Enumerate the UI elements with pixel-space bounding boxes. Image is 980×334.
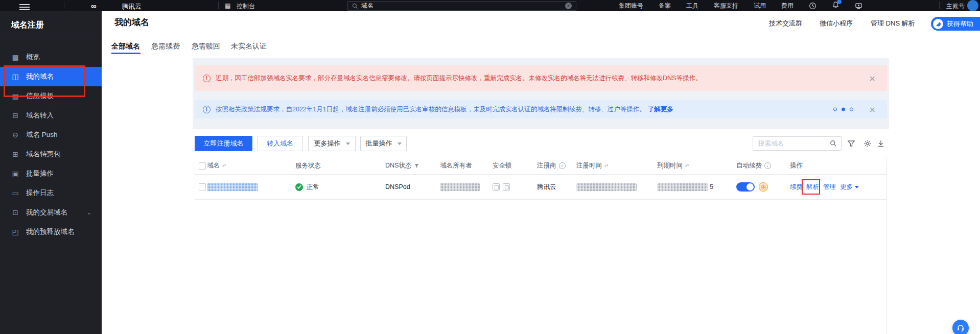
- sidebar-item-my-domains[interactable]: ◫我的域名: [0, 67, 102, 86]
- action-resolve[interactable]: 解析: [806, 175, 819, 199]
- search-icon: [352, 3, 358, 9]
- col-expiry-time[interactable]: 到期时间▴▾: [657, 157, 689, 174]
- domain-search-box[interactable]: [753, 136, 842, 151]
- sidebar-item-my-trading-domains[interactable]: ⊡我的交易域名⌄: [0, 203, 102, 222]
- template-file-icon: ▤: [11, 92, 19, 100]
- sidebar-item-my-prerelease-domains[interactable]: ◰我的预释放域名: [0, 222, 102, 242]
- action-renew[interactable]: 续费: [790, 175, 803, 199]
- account-type-label[interactable]: 主账号: [946, 2, 965, 11]
- carousel-dots[interactable]: [833, 108, 853, 111]
- my-domains-icon: ◫: [11, 73, 19, 81]
- nav-tools[interactable]: 工具: [686, 2, 698, 10]
- register-domain-button[interactable]: 立即注册域名: [195, 136, 252, 151]
- col-owner: 域名所有者: [440, 157, 472, 174]
- nav-trial[interactable]: 试用: [754, 2, 766, 10]
- sidebar-title: 域名注册: [0, 11, 102, 38]
- domain-redacted[interactable]: [207, 183, 258, 191]
- customer-service-float-button[interactable]: [952, 320, 969, 334]
- close-icon[interactable]: ×: [869, 105, 876, 114]
- col-security-lock: 安全锁: [493, 157, 512, 174]
- settings-gear-icon[interactable]: [864, 139, 872, 148]
- nav-billing[interactable]: 费用: [781, 2, 794, 10]
- topbar-search[interactable]: ×: [347, 1, 576, 11]
- learn-more-link[interactable]: 了解更多: [648, 105, 673, 114]
- link-wechat-miniprogram[interactable]: 微信小程序: [820, 19, 853, 28]
- batch-actions-button[interactable]: 批量操作: [360, 136, 407, 151]
- topbar: ∞ 腾讯云 ▦ 控制台 × 集团账号 备案 工具 客服支持 试用 费用 主账号: [0, 0, 980, 11]
- nav-group-account[interactable]: 集团账号: [619, 2, 643, 10]
- console-link[interactable]: 控制台: [237, 2, 255, 11]
- search-icon[interactable]: [830, 140, 837, 147]
- link-manage-dns[interactable]: 管理 DNS 解析: [871, 19, 915, 28]
- transfer-in-button[interactable]: 转入域名: [257, 136, 303, 151]
- nav-icp[interactable]: 备案: [659, 2, 671, 10]
- sidebar: 域名注册 ▦概览 ◫我的域名 ▤信息模板 ⊟域名转入 ⊖域名 Push ⊞域名特…: [0, 11, 102, 334]
- get-help-button[interactable]: 获得帮助: [931, 17, 980, 31]
- col-service-status: 服务状态: [295, 157, 321, 174]
- expiry-time-redacted: [657, 183, 708, 191]
- col-domain[interactable]: 域名▴▾: [207, 157, 226, 174]
- action-more[interactable]: 更多: [840, 175, 859, 199]
- tencent-cloud-console: ∞ 腾讯云 ▦ 控制台 × 集团账号 备案 工具 客服支持 试用 费用 主账号: [0, 0, 980, 334]
- tab-not-verified[interactable]: 未实名认证: [231, 42, 267, 51]
- transfer-in-icon: ⊟: [11, 111, 19, 120]
- page-title: 我的域名: [114, 16, 149, 28]
- warning-icon: !: [203, 75, 211, 82]
- console-settings-icon[interactable]: [855, 2, 862, 10]
- download-icon[interactable]: [877, 139, 885, 148]
- update-lock-icon[interactable]: [503, 183, 510, 190]
- close-icon[interactable]: ×: [869, 74, 876, 83]
- col-registration-time[interactable]: 注册时间▴▾: [576, 157, 609, 174]
- status-ok-icon: [295, 183, 303, 191]
- info-icon[interactable]: i: [764, 162, 771, 169]
- info-icon[interactable]: i: [559, 162, 566, 169]
- prerelease-icon: ◰: [11, 228, 19, 236]
- alert-info-banner: i 按照相关政策法规要求，自2022年1月1日起，域名注册前必须使用已实名审核的…: [195, 100, 887, 118]
- sort-icon[interactable]: ▴▾: [685, 164, 689, 167]
- hamburger-menu-icon[interactable]: [19, 3, 30, 12]
- transfer-lock-icon[interactable]: [493, 183, 500, 190]
- sidebar-item-domain-deals[interactable]: ⊞域名特惠包: [0, 145, 102, 164]
- tab-renewal-urgent[interactable]: 急需续费: [151, 42, 180, 51]
- sidebar-item-info-templates[interactable]: ▤信息模板: [0, 86, 102, 106]
- action-manage[interactable]: 管理: [823, 175, 836, 199]
- console-grid-icon: ▦: [225, 2, 230, 9]
- more-actions-button[interactable]: 更多操作: [308, 136, 356, 151]
- filter-funnel-icon[interactable]: [414, 163, 419, 169]
- col-dns-status[interactable]: DNS状态: [385, 157, 419, 174]
- push-icon: ⊖: [11, 131, 19, 139]
- sidebar-item-overview[interactable]: ▦概览: [0, 47, 102, 67]
- tab-all-domains[interactable]: 全部域名: [111, 42, 140, 51]
- sort-icon[interactable]: ▴▾: [222, 164, 226, 167]
- notification-bell[interactable]: [832, 1, 839, 10]
- sort-icon[interactable]: ▴▾: [604, 164, 609, 167]
- sidebar-item-domain-transfer-in[interactable]: ⊟域名转入: [0, 106, 102, 125]
- link-tech-group[interactable]: 技术交流群: [769, 19, 802, 28]
- brand-name[interactable]: 腾讯云: [122, 2, 142, 11]
- sidebar-item-domain-push[interactable]: ⊖域名 Push: [0, 125, 102, 145]
- tab-redeem-urgent[interactable]: 急需赎回: [192, 42, 220, 51]
- trading-icon: ⊡: [11, 208, 19, 217]
- caret-down-icon: [346, 142, 350, 145]
- caret-down-icon: [855, 186, 859, 188]
- sidebar-item-operation-logs[interactable]: ▭操作日志: [0, 183, 102, 203]
- notification-badge: [837, 0, 842, 4]
- deals-package-icon: ⊞: [11, 150, 19, 158]
- coupon-badge-icon[interactable]: 惠: [759, 182, 768, 192]
- nav-support[interactable]: 客服支持: [714, 2, 738, 10]
- domain-search-input[interactable]: [757, 139, 830, 148]
- auto-renew-toggle[interactable]: [736, 182, 755, 192]
- recent-history-icon[interactable]: [809, 2, 816, 10]
- topbar-search-input[interactable]: [358, 3, 565, 10]
- batch-layers-icon: ▣: [11, 170, 19, 178]
- clear-search-icon[interactable]: ×: [565, 3, 572, 9]
- select-all-checkbox[interactable]: [199, 162, 206, 170]
- alert-info-text: 按照相关政策法规要求，自2022年1月1日起，域名注册前必须使用已实名审核的信息…: [216, 105, 646, 114]
- avatar[interactable]: [967, 0, 978, 11]
- row-checkbox[interactable]: [199, 183, 206, 190]
- dns-value: DNSPod: [385, 175, 410, 199]
- sidebar-item-batch-operations[interactable]: ▣批量操作: [0, 164, 102, 183]
- domains-table: 域名▴▾ 服务状态 DNS状态 域名所有者 安全锁 注册商i 注册时间▴▾ 到期…: [195, 157, 887, 334]
- filter-funnel-icon[interactable]: [847, 139, 855, 148]
- tencent-cloud-logo-icon: ∞: [91, 2, 97, 10]
